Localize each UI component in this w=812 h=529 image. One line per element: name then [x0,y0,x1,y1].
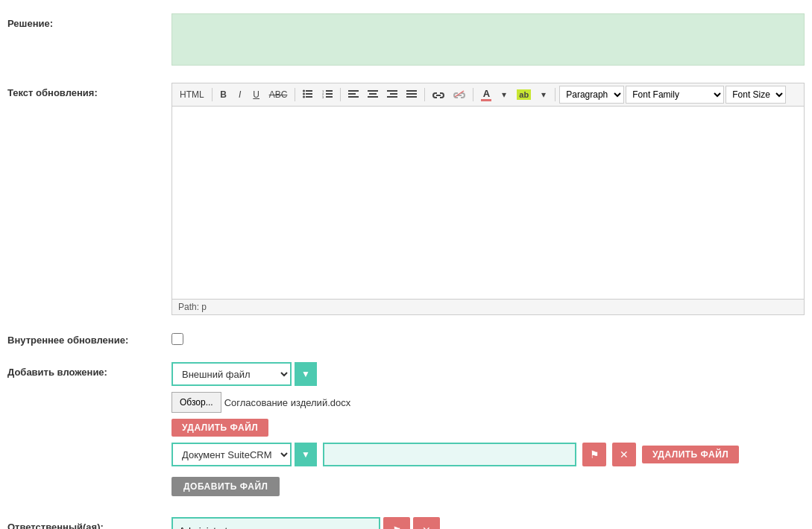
align-left-button[interactable] [344,87,362,103]
internal-update-row: Внутреннее обновление: [0,324,812,353]
svg-rect-15 [368,90,378,92]
align-justify-button[interactable] [403,87,421,103]
svg-rect-0 [306,90,312,92]
flag-icon: ⚑ [590,449,599,460]
suite-crm-input[interactable] [323,443,576,466]
suite-crm-row: Внешний файл Документ SuiteCRM ▼ ⚑ ✕ УДА… [171,443,805,466]
svg-rect-7 [326,93,333,95]
svg-rect-14 [348,96,359,98]
svg-point-5 [303,95,305,98]
update-text-row: Текст обновления: HTML B I U ABC 123 [0,77,812,321]
font-family-select[interactable]: Font Family Arial Times New Roman Courie… [626,86,724,104]
svg-rect-18 [387,90,397,92]
toolbar-separator-2 [295,88,295,101]
add-attachment-field: Внешний файл Документ SuiteCRM ▼ Обзор..… [171,362,805,502]
ordered-list-button[interactable]: 123 [318,87,336,103]
responsible-close-button[interactable]: ✕ [413,517,440,529]
paragraph-select[interactable]: Paragraph Heading 1 Heading 2 Heading 3 [559,86,624,104]
toolbar-separator-4 [424,88,425,101]
suite-flag-button[interactable]: ⚑ [582,443,606,466]
svg-text:3: 3 [322,95,324,98]
svg-rect-6 [326,90,333,92]
responsible-flag-button[interactable]: ⚑ [383,517,410,529]
delete-file-button-1[interactable]: УДАЛИТЬ ФАЙЛ [171,419,268,437]
add-attachment-row: Добавить вложение: Внешний файл Документ… [0,356,812,508]
link-button[interactable] [429,87,448,103]
dropdown-arrow-icon-2: ▼ [301,449,310,460]
responsible-field: ⚑ ✕ [171,517,805,529]
font-size-select[interactable]: Font Size 8 10 12 14 16 [726,86,786,104]
svg-rect-12 [348,90,359,92]
svg-rect-16 [369,93,377,95]
font-color-dropdown[interactable]: ▾ [497,87,512,102]
responsible-input[interactable] [171,517,380,529]
font-color-underline [481,99,491,101]
browse-row: Обзор... Согласование изделий.docx [171,392,805,413]
svg-rect-2 [306,96,312,98]
svg-rect-20 [387,96,397,98]
external-file-row: Внешний файл Документ SuiteCRM ▼ [171,362,805,386]
toolbar-separator-5 [473,88,473,101]
delete-file-button-2[interactable]: УДАЛИТЬ ФАЙЛ [642,446,739,463]
svg-rect-8 [326,96,333,98]
font-color-icon: A [481,89,491,101]
external-file-select[interactable]: Внешний файл Документ SuiteCRM [171,362,292,386]
html-button[interactable]: HTML [176,87,208,102]
solution-label: Решение: [7,13,171,29]
responsible-label: Ответственный(ая): [7,517,171,529]
editor-content[interactable] [171,106,805,300]
add-attachment-label: Добавить вложение: [7,362,171,378]
file-name-label: Согласование изделий.docx [224,397,351,408]
internal-update-label: Внутреннее обновление: [7,330,171,346]
update-text-label: Текст обновления: [7,83,171,98]
suite-crm-dropdown-btn[interactable]: ▼ [295,443,317,466]
svg-rect-17 [368,96,378,98]
add-file-button[interactable]: ДОБАВИТЬ ФАЙЛ [171,477,280,496]
toolbar-separator-1 [212,88,213,101]
toolbar-separator-6 [555,88,556,101]
external-file-dropdown-btn[interactable]: ▼ [295,362,317,386]
solution-row: Решение: [0,7,812,74]
underline-button[interactable]: U [249,87,264,102]
internal-update-checkbox[interactable] [171,333,183,345]
close-icon: ✕ [620,449,629,460]
internal-update-field [171,330,805,347]
svg-rect-13 [348,93,356,95]
align-right-button[interactable] [383,87,401,103]
svg-rect-1 [306,93,312,95]
unordered-list-button[interactable] [299,87,317,103]
solution-field [171,13,805,68]
suite-crm-select[interactable]: Внешний файл Документ SuiteCRM [171,443,292,466]
update-text-field: HTML B I U ABC 123 [171,83,805,315]
responsible-flag-icon: ⚑ [392,525,402,529]
add-file-row: ДОБАВИТЬ ФАЙЛ [171,472,805,496]
svg-rect-19 [390,93,397,95]
delete-file-row-1: УДАЛИТЬ ФАЙЛ [171,419,805,437]
unlink-button[interactable] [450,87,469,103]
svg-rect-22 [406,93,417,95]
font-color-button[interactable]: A [477,86,495,104]
editor-toolbar: HTML B I U ABC 123 [171,83,805,106]
responsible-close-icon: ✕ [422,525,431,529]
italic-button[interactable]: I [233,87,248,102]
responsible-row: Ответственный(ая): ⚑ ✕ [0,511,812,529]
suite-close-button[interactable]: ✕ [612,443,636,466]
solution-textarea[interactable] [171,13,805,66]
svg-point-4 [303,92,305,95]
strike-button[interactable]: ABC [265,87,292,102]
highlight-dropdown[interactable]: ▾ [536,87,551,102]
browse-button[interactable]: Обзор... [171,392,221,413]
toolbar-separator-3 [340,88,341,101]
dropdown-arrow-icon: ▼ [301,369,310,379]
highlight-button[interactable]: ab [513,87,535,102]
align-center-button[interactable] [364,87,382,103]
bold-button[interactable]: B [216,87,231,102]
svg-rect-21 [406,90,417,92]
svg-point-3 [303,89,305,92]
editor-path: Path: p [171,300,805,315]
svg-rect-23 [406,96,417,98]
